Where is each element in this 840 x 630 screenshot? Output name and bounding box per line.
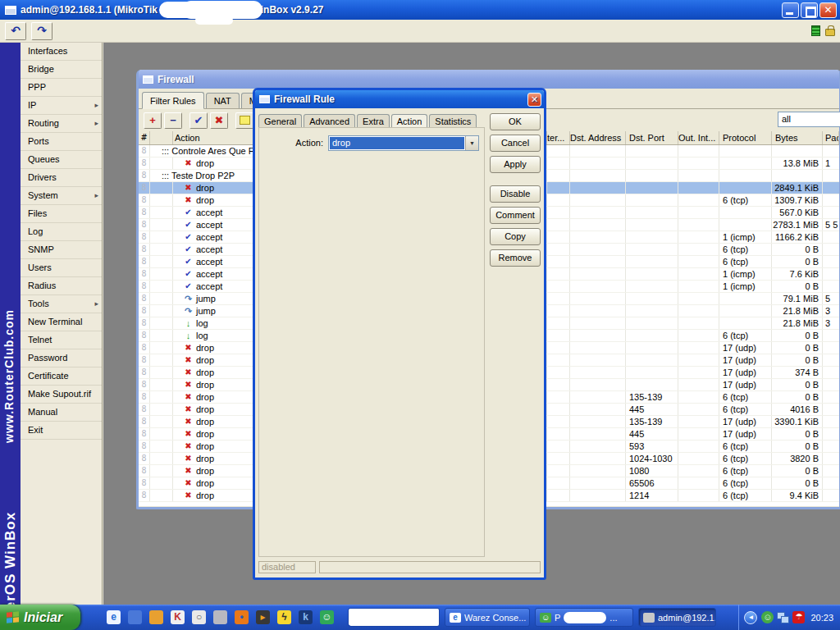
image-viewer-icon[interactable] [149, 610, 163, 624]
minimize-button[interactable] [782, 2, 799, 18]
sidebar-item-password[interactable]: Password [21, 349, 102, 368]
comment-button[interactable] [235, 112, 253, 129]
cell-dst-address [570, 305, 626, 317]
cell-bytes: 0 B [772, 330, 823, 341]
add-rule-button[interactable]: + [144, 112, 162, 129]
remove-button[interactable]: Remove [490, 249, 541, 267]
sidebar-item-users[interactable]: Users [21, 259, 102, 277]
connection-indicators [811, 25, 840, 36]
cell-protocol: 6 (tcp) [719, 490, 772, 501]
firewall-window-titlebar[interactable]: Firewall [139, 70, 839, 89]
sidebar-item-drivers[interactable]: Drivers [21, 169, 102, 187]
cell-dst-port [626, 342, 678, 354]
redaction-blob [348, 608, 440, 627]
cell-bytes: 4016 B [772, 404, 823, 415]
restore-button[interactable] [801, 2, 818, 18]
antivirus-tray-icon[interactable]: ☂ [792, 611, 805, 623]
sidebar-item-exit[interactable]: Exit [21, 422, 102, 440]
cell-packets: 3 [823, 317, 839, 329]
ie-icon[interactable]: e [107, 610, 121, 624]
sidebar-item-bridge[interactable]: Bridge [21, 61, 102, 79]
filter-dropdown[interactable]: all [778, 112, 840, 127]
dropdown-arrow-icon[interactable]: ▼ [465, 136, 478, 150]
cell-protocol: 17 (udp) [719, 379, 772, 390]
cell-in-interface [547, 170, 570, 181]
action-dropdown[interactable]: drop ▼ [328, 135, 479, 151]
cell-dst-address [570, 231, 626, 243]
ok-button[interactable]: OK [490, 113, 541, 130]
sidebar-item-queues[interactable]: Queues [21, 151, 102, 169]
cell-packets [823, 404, 839, 415]
sidebar-item-snmp[interactable]: SNMP [21, 241, 102, 259]
cell-protocol: 6 (tcp) [719, 441, 772, 452]
taskbar-task-warez-conse[interactable]: eWarez Conse... [445, 608, 530, 627]
sidebar-item-label: Bridge [28, 61, 102, 78]
taskbar-task-p[interactable]: ☺P... [535, 608, 633, 627]
cell-dst-address [570, 244, 626, 255]
tab-filter-rules[interactable]: Filter Rules [142, 92, 204, 109]
sidebar-item-manual[interactable]: Manual [21, 404, 102, 422]
cell-dst-port [626, 293, 678, 304]
network-tray-icon[interactable] [777, 611, 789, 623]
apply-button[interactable]: Apply [490, 156, 541, 173]
explorer-window-icon[interactable] [128, 610, 142, 624]
undo-button[interactable]: ↶ [5, 22, 26, 40]
accept-icon: ✔ [183, 268, 194, 280]
start-button[interactable]: Iniciar [0, 605, 80, 630]
dialog-tab-extra[interactable]: Extra [357, 114, 390, 128]
media-player-icon[interactable]: ▸ [256, 610, 270, 624]
sidebar-item-tools[interactable]: Tools▸ [21, 295, 102, 313]
cell-bytes: 2783.1 MiB [772, 219, 823, 231]
cell-packets [823, 441, 839, 452]
sidebar-item-ppp[interactable]: PPP [21, 79, 102, 97]
taskbar-task-admin-192-1[interactable]: admin@192.1... [638, 608, 716, 627]
sidebar-item-new-terminal[interactable]: New Terminal [21, 313, 102, 331]
redo-button[interactable]: ↷ [31, 22, 52, 40]
row-number-cell: 8 [139, 330, 150, 341]
kmeleon-icon[interactable]: K [171, 610, 185, 624]
sidebar-item-files[interactable]: Files [21, 205, 102, 223]
main-toolbar: ↶ ↷ [0, 20, 840, 43]
dialog-tab-advanced[interactable]: Advanced [304, 114, 355, 128]
taskbar-task-redacted[interactable] [348, 608, 440, 627]
sidebar-item-radius[interactable]: Radius [21, 277, 102, 295]
cell-packets [823, 182, 839, 194]
sidebar-item-routing[interactable]: Routing▸ [21, 115, 102, 133]
tab-nat[interactable]: NAT [206, 93, 240, 108]
dialog-tab-statistics[interactable]: Statistics [429, 114, 477, 128]
hide-icons-chevron[interactable]: ◄ [744, 611, 757, 624]
sidebar-item-telnet[interactable]: Telnet [21, 331, 102, 349]
disable-rule-button[interactable]: ✖ [210, 112, 228, 129]
copy-button[interactable]: Copy [490, 228, 541, 245]
cell-flags [150, 428, 173, 440]
dialog-tab-general[interactable]: General [258, 114, 302, 128]
dialog-close-icon[interactable]: ✕ [527, 93, 541, 107]
messenger-tray-icon[interactable]: ☺ [761, 611, 774, 623]
sidebar-item-ports[interactable]: Ports [21, 133, 102, 151]
sidebar-item-log[interactable]: Log [21, 223, 102, 241]
cell-protocol: 6 (tcp) [719, 404, 772, 415]
messenger-icon[interactable]: ☺ [320, 610, 334, 624]
gray-app-icon[interactable] [213, 610, 227, 624]
cell-in-interface [547, 391, 570, 403]
winamp-icon[interactable]: ϟ [277, 610, 291, 624]
cancel-button[interactable]: Cancel [490, 135, 541, 152]
remove-rule-button[interactable]: − [164, 112, 182, 129]
cell-dst-port [626, 219, 678, 231]
dialog-titlebar[interactable]: Firewall Rule ✕ [255, 90, 544, 108]
cell-dst-address [570, 477, 626, 489]
disable-button[interactable]: Disable [490, 185, 541, 203]
kazaa-icon[interactable]: k [299, 610, 313, 624]
search-icon[interactable]: ○ [192, 610, 206, 624]
sidebar-item-certificate[interactable]: Certificate [21, 368, 102, 386]
sidebar-item-make-supout-rif[interactable]: Make Supout.rif [21, 386, 102, 404]
drop-icon: ✖ [183, 379, 194, 390]
sidebar-item-system[interactable]: System▸ [21, 187, 102, 205]
comment-button[interactable]: Comment [490, 207, 541, 224]
close-button[interactable]: ✕ [819, 2, 837, 18]
firefox-icon[interactable]: • [235, 610, 249, 624]
sidebar-item-interfaces[interactable]: Interfaces [21, 43, 102, 61]
sidebar-item-ip[interactable]: IP▸ [21, 97, 102, 115]
cell-flags [150, 330, 173, 341]
enable-rule-button[interactable]: ✔ [189, 112, 208, 129]
